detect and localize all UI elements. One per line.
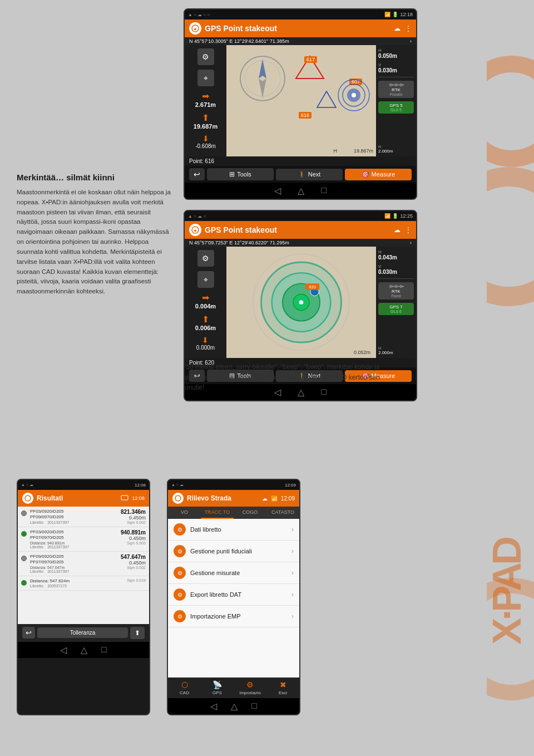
menu-icon-2: ⋮ xyxy=(405,226,412,234)
result-values-0: 821.346m 0.450m Sqm 0.002 xyxy=(121,509,146,524)
rilievo-item-icon-3: ⚙ xyxy=(174,588,186,601)
result-values-1: 940.891m 0.450m Sqm 0.003 xyxy=(121,529,146,545)
rilievo-esci-btn[interactable]: ✖ Esci xyxy=(266,680,299,695)
rilievo-header: Rilievo Strada ☁ 📶 12:09 xyxy=(168,490,299,507)
app-logo-2: ● xyxy=(189,224,201,236)
rilievo-nav-bar: ◁ △ □ xyxy=(168,698,299,714)
target-btn-2[interactable]: ⌖ xyxy=(197,271,214,288)
arrow-vert-2: ⬇ xyxy=(202,336,209,345)
back-btn-1[interactable]: ↩ xyxy=(189,168,205,180)
dist-row-1a: ➡ 2.671m xyxy=(195,91,216,108)
rilievo-nav-apps[interactable]: □ xyxy=(251,701,257,711)
results-empty-space xyxy=(18,591,149,624)
arrow-right-1: ➡ xyxy=(202,91,209,101)
rilievo-item-1[interactable]: ⚙ Gestione punti fiduciali › xyxy=(168,541,299,562)
point-label-1: Point: xyxy=(189,158,204,164)
map-right-panel-2: H 0.043m V 0.030m ⟴⟴⟴ RTK Fixed GPS 7 xyxy=(376,247,416,358)
rilievo-item-icon-4: ⚙ xyxy=(174,610,186,622)
measure-btn-1[interactable]: 🎯 Measure xyxy=(345,169,412,180)
gps-badge-1: GPS 5 GLS 5 xyxy=(378,101,414,114)
map-bg-1: 617 607 616 xyxy=(226,45,376,156)
svg-point-25 xyxy=(175,495,181,501)
menu-icon: ⋮ xyxy=(405,24,412,32)
rilievo-gps-btn[interactable]: 📡 GPS xyxy=(201,680,234,695)
rilievo-time-text: 12:09 xyxy=(281,495,295,502)
v-label-2: V xyxy=(378,264,414,269)
rtk-label-2: RTK xyxy=(392,289,400,294)
target-circles-1 xyxy=(337,78,370,114)
result-codes-3: Distanza: 547.624m xyxy=(30,578,123,584)
result-sqm-3: Sqm 0.019 xyxy=(127,578,146,582)
rilievo-item-0[interactable]: ⚙ Dati libretto › xyxy=(168,519,299,541)
h-value-2: 0.043m xyxy=(378,254,414,261)
coords-bar-1: N 45°57'10.3005" E 12°29'42.6401" 71.385… xyxy=(185,37,416,45)
result-dist-label-1: Distanza: 940.891m xyxy=(30,541,117,545)
result-sqm-2: Sqm 0.002 xyxy=(121,566,146,570)
compass-container xyxy=(238,53,288,106)
map-area-2: ⚙ ⌖ ➡ 0.004m ⬆ 0.006m ⬇ 0.000m xyxy=(185,247,416,358)
nav-back-1[interactable]: ◁ xyxy=(274,185,281,196)
results-nav-apps[interactable]: □ xyxy=(101,645,107,655)
map-area-1: ⚙ ⌖ ➡ 2.671m ⬆ 19.687m ⬇ -0.608m xyxy=(185,45,416,156)
rilievo-impostazio-btn[interactable]: ⚙ Impostazio xyxy=(234,680,266,695)
cloud-icon: ☁ xyxy=(394,24,400,32)
settings-btn-1[interactable]: ⚙ xyxy=(197,48,214,65)
results-nav-back[interactable]: ◁ xyxy=(60,645,67,655)
scale-badge-2: H 2.000m xyxy=(378,346,414,355)
tab-traccto[interactable]: TRACC.TO xyxy=(201,507,234,519)
result-dot-3 xyxy=(21,580,27,586)
results-share-btn[interactable]: ⬆ xyxy=(130,627,145,639)
result-lib-1: Libretto: 2011337397 xyxy=(30,545,117,549)
rilievo-item-arrow-1: › xyxy=(291,547,294,555)
dist-row-2c: ⬇ 0.000m xyxy=(196,336,215,351)
toolbar-1: ↩ ⊞ Tools 🚶 Next 🎯 Measure xyxy=(185,166,416,183)
rilievo-status-icons: ▲ ○ ☁ xyxy=(171,483,184,487)
rilievo-nav-home[interactable]: △ xyxy=(231,701,238,711)
rilievo-item-label-3: Export libretto DAT xyxy=(190,591,291,598)
concentric-circles: 620 xyxy=(226,247,376,358)
target-btn-1[interactable]: ⌖ xyxy=(197,70,214,86)
results-back-btn[interactable]: ↩ xyxy=(22,627,35,639)
rilievo-logo xyxy=(172,493,184,504)
nav-home-1[interactable]: △ xyxy=(298,185,304,196)
rilievo-cad-btn[interactable]: ⬡ CAD xyxy=(168,680,201,695)
circle-dist-2: 0.052m xyxy=(354,350,370,355)
result-sqm-0: Sqm 0.002 xyxy=(121,521,146,524)
rilievo-item-3[interactable]: ⚙ Export libretto DAT › xyxy=(168,584,299,606)
result-sub-1: 0.450m xyxy=(121,536,146,541)
tab-catasto[interactable]: CATASTO xyxy=(266,507,299,519)
result-dot-2 xyxy=(21,556,27,561)
next-btn-1[interactable]: 🚶 Next xyxy=(276,169,343,180)
map-label-616: 616 xyxy=(299,112,312,119)
tab-cogo[interactable]: COGO xyxy=(234,507,266,519)
rilievo-bottom-toolbar: ⬡ CAD 📡 GPS ⚙ Impostazio ✖ Esci xyxy=(168,678,299,698)
tab-vo[interactable]: VO xyxy=(168,507,201,519)
settings-btn-2[interactable]: ⚙ xyxy=(197,250,214,267)
rilievo-nav-back[interactable]: ◁ xyxy=(210,701,217,711)
tools-btn-1[interactable]: ⊞ Tools xyxy=(207,168,274,180)
rilievo-item-arrow-2: › xyxy=(291,569,294,577)
point-value-1: 616 xyxy=(205,158,214,164)
results-tolleranza-btn[interactable]: Tolleranza xyxy=(37,627,128,638)
results-nav-home[interactable]: △ xyxy=(81,645,87,655)
coords-text-2: N 45°57'09.7253" E 12°29'40.6220" 71.295… xyxy=(189,240,289,246)
rilievo-wifi-icon: 📶 xyxy=(271,495,278,502)
dist-row-1c: ⬇ -0.608m xyxy=(195,134,216,149)
result-values-3: Sqm 0.019 xyxy=(127,578,146,582)
esci-label: Esci xyxy=(279,690,287,695)
result-sub-0: 0.450m xyxy=(121,515,146,521)
rilievo-empty-space xyxy=(168,627,299,678)
gps-btn-label: GPS xyxy=(212,690,222,695)
h-label-2: H xyxy=(378,249,414,254)
rilievo-status-bar: ▲ ○ ☁ 12:09 xyxy=(168,480,299,490)
rilievo-item-2[interactable]: ⚙ Gestione misurate › xyxy=(168,562,299,584)
result-dist-0: 821.346m xyxy=(121,509,146,515)
results-list: PF03/0920/D205PF09/0970/D205 Libretto: 2… xyxy=(18,507,149,624)
result-dot-1 xyxy=(21,531,27,537)
nav-apps-1[interactable]: □ xyxy=(321,185,327,196)
app-header-2: ● GPS Point stakeout ☁ ⋮ xyxy=(185,221,416,239)
rilievo-list: ⚙ Dati libretto › ⚙ Gestione punti fiduc… xyxy=(168,519,299,678)
measure-icon-1: 🎯 xyxy=(362,171,369,178)
rilievo-item-arrow-3: › xyxy=(291,591,294,598)
rilievo-item-4[interactable]: ⚙ Importazione EMP › xyxy=(168,606,299,627)
